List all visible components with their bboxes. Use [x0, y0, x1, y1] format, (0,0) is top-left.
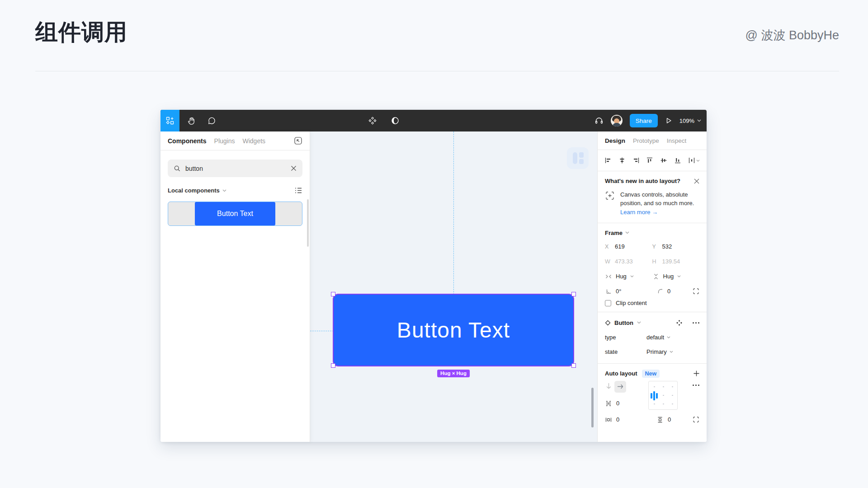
user-avatar[interactable]: [611, 115, 623, 127]
swap-instance-icon[interactable]: [676, 319, 683, 326]
comment-tool-button[interactable]: [203, 110, 220, 131]
search-input[interactable]: [185, 165, 286, 172]
frame-section: Frame X 619 Y 532: [598, 223, 707, 312]
hug-horizontal-value: Hug: [616, 273, 627, 280]
present-button[interactable]: [665, 117, 672, 124]
new-badge: New: [642, 370, 660, 378]
component-diamond-icon: [605, 320, 611, 326]
hug-horizontal-icon: [605, 273, 612, 280]
resize-handle-top-right[interactable]: [571, 292, 576, 296]
align-h-center-button[interactable]: [618, 157, 626, 164]
component-section: Button type de: [598, 312, 707, 364]
prop-type-dropdown[interactable]: default: [646, 334, 670, 341]
rotation-field[interactable]: 0°: [605, 288, 656, 295]
auto-layout-more-icon[interactable]: [693, 385, 699, 386]
width-field[interactable]: W 473.33: [605, 258, 652, 265]
assets-panel: Components Plugins Widgets: [160, 131, 310, 442]
whats-new-card: What's new in auto layout? Canvas contro…: [598, 171, 707, 223]
item-spacing-icon: [605, 400, 612, 407]
hug-vertical-icon: [652, 273, 660, 280]
alignment-grid-widget[interactable]: [648, 381, 678, 410]
item-spacing-value[interactable]: 0: [616, 400, 619, 407]
align-v-center-button[interactable]: [660, 157, 667, 164]
figma-toolbar: Share 109%: [160, 110, 707, 131]
hug-vertical-value: Hug: [663, 273, 674, 280]
hand-icon: [188, 117, 196, 125]
chevron-down-icon: [697, 119, 701, 122]
tab-widgets[interactable]: Widgets: [242, 137, 265, 145]
chevron-down-icon: [670, 351, 673, 353]
figma-body: Components Plugins Widgets: [160, 131, 707, 442]
x-position-field[interactable]: X 619: [605, 243, 652, 250]
auto-layout-section: Auto layout New: [598, 364, 707, 428]
prop-type-label: type: [605, 334, 646, 341]
alignment-toolbar: [598, 150, 707, 171]
frame-type-label[interactable]: Frame: [605, 230, 623, 236]
resize-handle-bottom-left[interactable]: [331, 363, 335, 368]
whats-new-title: What's new in auto layout?: [605, 178, 680, 184]
button-frame-label: Button Text: [397, 318, 510, 343]
individual-padding-button[interactable]: [693, 416, 699, 423]
component-name[interactable]: Button: [614, 319, 633, 326]
prop-state-dropdown[interactable]: Primary: [646, 348, 673, 355]
page-title: 组件调用: [35, 17, 127, 47]
tab-prototype[interactable]: Prototype: [633, 137, 659, 144]
whats-new-body: Canvas controls, absolute position, and …: [620, 191, 699, 208]
horizontal-padding-value[interactable]: 0: [616, 416, 619, 423]
height-field[interactable]: H 139.54: [652, 258, 700, 265]
more-options-icon[interactable]: [693, 322, 699, 324]
clip-content-label: Clip content: [616, 300, 647, 306]
mask-tool-button[interactable]: [387, 110, 404, 131]
clear-search-icon[interactable]: [291, 165, 297, 171]
chevron-down-icon: [625, 231, 629, 234]
vertical-padding-value[interactable]: 0: [668, 416, 671, 423]
clip-content-checkbox[interactable]: [605, 300, 611, 306]
align-right-button[interactable]: [632, 157, 640, 164]
share-button[interactable]: Share: [630, 114, 658, 127]
component-tool-button[interactable]: [364, 110, 381, 131]
tab-plugins[interactable]: Plugins: [214, 137, 235, 145]
resize-handle-bottom-right[interactable]: [571, 363, 576, 368]
resize-handle-top-left[interactable]: [331, 292, 335, 296]
direction-down-button[interactable]: [606, 383, 612, 389]
panel-scrollbar[interactable]: [307, 199, 309, 247]
selected-button-frame[interactable]: Button Text: [334, 295, 573, 366]
local-components-header[interactable]: Local components: [168, 187, 302, 194]
list-view-button[interactable]: [295, 187, 302, 194]
canvas[interactable]: Button Text Hug × Hug: [310, 131, 597, 442]
h-value: 139.54: [662, 258, 680, 265]
component-preview-card[interactable]: Button Text: [168, 202, 302, 226]
tab-design[interactable]: Design: [605, 137, 625, 144]
learn-more-link[interactable]: Learn more →: [620, 209, 658, 216]
assets-panel-tabs: Components Plugins Widgets: [160, 131, 310, 150]
tab-components[interactable]: Components: [168, 137, 207, 145]
half-moon-icon: [391, 116, 400, 125]
align-top-button[interactable]: [646, 157, 653, 164]
distribute-button[interactable]: [688, 157, 700, 164]
close-icon[interactable]: [694, 178, 699, 184]
clip-content-row[interactable]: Clip content: [598, 303, 707, 311]
pointer-mode-button[interactable]: [294, 136, 302, 145]
assets-tool-button[interactable]: [160, 110, 179, 131]
horizontal-resize-dropdown[interactable]: Hug: [605, 273, 652, 280]
corner-radius-field[interactable]: 0: [656, 288, 689, 295]
vertical-resize-dropdown[interactable]: Hug: [652, 273, 700, 280]
canvas-scrollbar[interactable]: [591, 388, 594, 427]
canvas-controls-icon: [605, 191, 615, 216]
audio-button[interactable]: [594, 116, 604, 125]
corner-radius-icon: [656, 288, 664, 294]
add-auto-layout-button[interactable]: [693, 371, 699, 376]
chevron-down-icon: [637, 321, 641, 324]
zoom-dropdown[interactable]: 109%: [679, 117, 701, 124]
align-left-button[interactable]: [604, 157, 612, 164]
independent-corners-button[interactable]: [693, 288, 699, 295]
prop-state-value: Primary: [646, 348, 667, 355]
plugin-watermark-icon: [567, 147, 589, 169]
align-bottom-button[interactable]: [674, 157, 681, 164]
y-position-field[interactable]: Y 532: [652, 243, 700, 250]
direction-right-button[interactable]: [614, 381, 626, 393]
tab-inspect[interactable]: Inspect: [667, 137, 687, 144]
horizontal-guide: [310, 331, 334, 331]
hand-tool-button[interactable]: [183, 110, 200, 131]
play-icon: [665, 117, 672, 124]
